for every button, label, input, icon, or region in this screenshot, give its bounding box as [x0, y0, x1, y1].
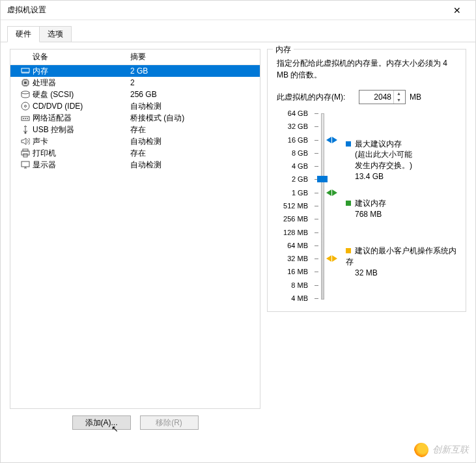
svg-point-8 [25, 118, 26, 119]
col-device: 设备 [33, 51, 130, 63]
printer-icon [18, 148, 33, 158]
tick-label: 128 MB [283, 229, 308, 236]
rec-mem-title: 建议内存 [355, 199, 386, 208]
min-mem-value: 32 MB [346, 268, 378, 277]
svg-point-4 [21, 102, 29, 110]
tick-label: 4 GB [292, 162, 308, 170]
device-summary: 存在 [130, 148, 256, 159]
device-name: 声卡 [33, 136, 130, 147]
tick-label: 32 GB [288, 122, 308, 130]
device-name: USB 控制器 [33, 124, 130, 135]
spin-down-icon[interactable]: ▼ [394, 97, 404, 104]
titlebar: 虚拟机设置 ✕ [1, 1, 475, 20]
device-row-memory[interactable]: 内存2 GB [10, 65, 260, 77]
content: 设备 摘要 内存2 GB处理器2硬盘 (SCSI)256 GBCD/DVD (I… [1, 42, 475, 462]
net-icon [18, 114, 33, 122]
tick-label: 8 GB [292, 149, 308, 157]
remove-button: 移除(R) [140, 415, 199, 430]
disk-icon [18, 91, 33, 98]
spin-up-icon[interactable]: ▲ [394, 91, 404, 97]
tab-hardware[interactable]: 硬件 [7, 26, 40, 42]
svg-rect-2 [24, 81, 27, 84]
device-row-usb[interactable]: USB 控制器存在 [10, 124, 260, 135]
tick-label: 8 MB [291, 281, 308, 289]
max-mem-title: 最大建议内存 [355, 139, 402, 148]
group-title: 内存 [273, 44, 294, 55]
memory-unit: MB [410, 92, 421, 102]
rec-mem-value: 768 MB [346, 210, 382, 219]
device-list: 设备 摘要 内存2 GB处理器2硬盘 (SCSI)256 GBCD/DVD (I… [10, 49, 260, 409]
tick-label: 64 MB [287, 242, 308, 249]
device-list-header: 设备 摘要 [10, 49, 260, 65]
marker-triangle-icon [326, 137, 331, 143]
cpu-icon [18, 78, 33, 87]
col-summary: 摘要 [130, 51, 146, 63]
marker-triangle-icon [326, 255, 331, 262]
marker-triangle-icon [332, 255, 337, 262]
marker-triangle-icon [326, 189, 331, 196]
svg-point-9 [27, 118, 28, 119]
device-name: 内存 [33, 66, 130, 77]
memory-icon [18, 67, 33, 75]
device-row-printer[interactable]: 打印机存在 [10, 147, 260, 159]
memory-field-label: 此虚拟机的内存(M): [277, 92, 355, 103]
device-summary: 自动检测 [130, 160, 256, 171]
watermark-logo-icon [414, 443, 428, 457]
right-panel: 内存 指定分配给此虚拟机的内存量。内存大小必须为 4 MB 的倍数。 此虚拟机的… [267, 49, 466, 430]
device-name: 处理器 [33, 77, 130, 89]
device-summary: 自动检测 [130, 136, 256, 147]
tick-label: 1 GB [292, 189, 308, 197]
tab-options[interactable]: 选项 [39, 26, 72, 42]
tick-label: 16 MB [287, 268, 308, 275]
svg-rect-0 [21, 68, 29, 72]
device-row-disk[interactable]: 硬盘 (SCSI)256 GB [10, 89, 260, 100]
device-name: 网络适配器 [33, 113, 130, 124]
svg-point-3 [21, 91, 29, 94]
marker-triangle-icon [332, 137, 337, 143]
device-summary: 存在 [130, 124, 256, 135]
memory-input[interactable] [359, 92, 393, 102]
memory-slider: 64 GB32 GB16 GB8 GB4 GB2 GB1 GB512 MB256… [277, 113, 459, 298]
device-name: 显示器 [33, 160, 130, 171]
left-panel: 设备 摘要 内存2 GB处理器2硬盘 (SCSI)256 GBCD/DVD (I… [10, 49, 260, 430]
tick-label: 16 GB [288, 136, 308, 144]
svg-rect-14 [21, 161, 29, 167]
device-name: 硬盘 (SCSI) [33, 89, 130, 100]
memory-spinbox[interactable]: ▲ ▼ [359, 90, 406, 104]
device-row-cd[interactable]: CD/DVD (IDE)自动检测 [10, 100, 260, 112]
slider-track[interactable] [313, 113, 330, 298]
device-row-cpu[interactable]: 处理器2 [10, 77, 260, 89]
device-row-net[interactable]: 网络适配器桥接模式 (自动) [10, 112, 260, 124]
device-name: 打印机 [33, 148, 130, 159]
svg-point-7 [23, 118, 24, 119]
device-buttons: 添加(A)... ↖ 移除(R) [10, 409, 260, 430]
svg-point-5 [25, 105, 27, 107]
tick-label: 4 MB [291, 294, 308, 302]
tick-label: 256 MB [283, 215, 308, 223]
svg-point-10 [25, 132, 27, 134]
watermark: 创新互联 [414, 443, 469, 457]
close-icon[interactable]: ✕ [444, 5, 470, 16]
device-summary: 2 [130, 78, 256, 87]
device-row-display[interactable]: 显示器自动检测 [10, 159, 260, 171]
sound-icon [18, 137, 33, 145]
device-summary: 桥接模式 (自动) [130, 113, 256, 124]
tick-label: 64 GB [288, 109, 308, 117]
tabbar: 硬件 选项 [1, 20, 475, 42]
marker-triangle-icon [332, 189, 337, 196]
memory-field-row: 此虚拟机的内存(M): ▲ ▼ MB [277, 90, 459, 104]
cd-icon [18, 102, 33, 111]
device-row-sound[interactable]: 声卡自动检测 [10, 135, 260, 147]
svg-rect-12 [21, 151, 29, 155]
marker-info: 最大建议内存 (超出此大小可能 发生内存交换。) 13.4 GB 建议内存 76… [346, 113, 459, 298]
display-icon [18, 161, 33, 169]
spin-arrows[interactable]: ▲ ▼ [393, 91, 404, 104]
slider-thumb[interactable] [317, 176, 328, 182]
device-name: CD/DVD (IDE) [33, 102, 130, 111]
usb-icon [18, 125, 33, 134]
tick-label: 32 MB [287, 255, 308, 262]
add-button[interactable]: 添加(A)... ↖ [72, 415, 131, 430]
device-summary: 256 GB [130, 90, 256, 99]
tick-label: 512 MB [283, 202, 308, 210]
window-title: 虚拟机设置 [7, 5, 444, 16]
